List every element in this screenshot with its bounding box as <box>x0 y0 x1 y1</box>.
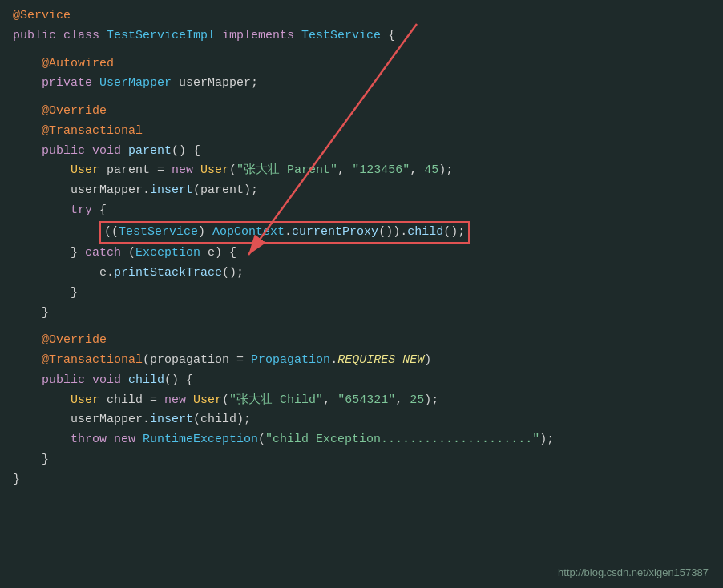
paren-child-def: () { <box>164 373 193 387</box>
code-editor: @Service public class TestServiceImpl im… <box>0 0 723 496</box>
dot-prop: . <box>330 353 337 367</box>
kw-public-3: public <box>42 373 92 387</box>
str-exception-msg: "child Exception....................." <box>265 433 539 446</box>
paren-2: ( <box>222 393 229 407</box>
paren-catch-open: ( <box>128 246 135 260</box>
code-line-17: } <box>13 304 710 324</box>
watermark: http://blog.csdn.net/xlgen157387 <box>558 566 709 578</box>
method-parent: parent <box>128 144 172 158</box>
eq-prop: = <box>236 353 251 367</box>
comma-1: , <box>337 163 352 177</box>
kw-void-1: void <box>92 144 128 158</box>
kw-throw: throw <box>71 433 114 446</box>
method-currentproxy: currentProxy <box>292 225 378 239</box>
kw-catch: catch <box>85 246 128 260</box>
code-line-4: @Autowired <box>13 54 710 75</box>
kw-try: try <box>71 203 99 217</box>
paren-insert-2: (child); <box>193 413 251 426</box>
method-child-call: child <box>407 225 443 239</box>
annotation-override-2: @Override <box>42 333 107 347</box>
type-user-2: User <box>71 393 107 407</box>
code-line-19: @Override <box>13 331 710 351</box>
code-line-11: userMapper.insert(parent); <box>13 181 710 201</box>
paren-catch-close: ) { <box>215 246 236 260</box>
annotation-transactional-1: @Transactional <box>42 124 143 138</box>
method-child: child <box>128 373 164 387</box>
annotation-override-1: @Override <box>42 104 107 118</box>
num-45: 45 <box>424 163 438 177</box>
dot-2: . <box>143 413 150 426</box>
code-line-21: public void child() { <box>13 371 710 391</box>
paren-insert-1: (parent); <box>193 183 258 197</box>
kw-class: class <box>63 29 107 42</box>
str-child-pass: "654321" <box>337 393 395 407</box>
paren-exc-open: ( <box>258 433 265 446</box>
paren-trans-open: ( <box>143 353 150 367</box>
paren-1: ( <box>229 163 236 177</box>
code-line-7: @Override <box>13 102 710 122</box>
code-line-13: ((TestService) AopContext.currentProxy()… <box>13 221 710 244</box>
var-usermapper-ref-2: userMapper <box>71 413 143 426</box>
type-testservice-cast: TestService <box>119 225 198 239</box>
kw-public-2: public <box>42 144 92 158</box>
type-testserviceimpl: TestServiceImpl <box>107 29 222 42</box>
dot-aop: . <box>285 225 292 239</box>
num-25: 25 <box>410 393 424 407</box>
type-user-ctor-1: User <box>200 163 229 177</box>
code-line-9: public void parent() { <box>13 142 710 162</box>
paren-trans-close: ) <box>424 353 431 367</box>
var-usermapper-ref-1: userMapper <box>71 183 143 197</box>
kw-implements: implements <box>222 29 301 42</box>
kw-void-2: void <box>92 373 128 387</box>
var-child: child <box>107 393 150 407</box>
code-line-16: } <box>13 284 710 304</box>
kw-public: public <box>13 29 63 42</box>
type-usermapper: UserMapper <box>99 76 179 90</box>
dot-e: . <box>107 266 114 280</box>
code-line-5: private UserMapper userMapper; <box>13 74 710 94</box>
method-insert-2: insert <box>150 413 193 426</box>
paren-exc-close: ); <box>539 433 554 446</box>
annotation-service: @Service <box>13 9 71 22</box>
var-usermapper: userMapper <box>179 76 251 90</box>
method-insert-1: insert <box>150 183 193 197</box>
val-requires-new: REQUIRES_NEW <box>337 353 424 367</box>
str-parent-name: "张大壮 Parent" <box>236 163 337 177</box>
type-user-ctor-2: User <box>193 393 222 407</box>
str-child-name: "张大壮 Child" <box>229 393 323 407</box>
paren-cast-close: ) <box>198 225 212 239</box>
comma-4: , <box>395 393 410 407</box>
code-line-10: User parent = new User("张大壮 Parent", "12… <box>13 161 710 181</box>
dot-1: . <box>143 183 150 197</box>
eq-1: = <box>157 163 172 177</box>
brace-catch-close: } <box>71 246 85 260</box>
code-line-24: throw new RuntimeException("child Except… <box>13 430 710 450</box>
paren-pst: (); <box>222 266 244 280</box>
eq-2: = <box>150 393 164 407</box>
type-user-1: User <box>71 163 107 177</box>
var-parent: parent <box>107 163 157 177</box>
code-line-23: userMapper.insert(child); <box>13 410 710 430</box>
comma-3: , <box>323 393 337 407</box>
type-aopcontext: AopContext <box>212 225 285 239</box>
paren-close-2: ); <box>424 393 438 407</box>
code-line-26: } <box>13 470 710 490</box>
code-line-12: try { <box>13 201 710 221</box>
paren-cast-open: (( <box>104 225 119 239</box>
semicolon: ; <box>251 76 258 90</box>
annotation-autowired: @Autowired <box>42 57 114 70</box>
code-line-14: } catch (Exception e) { <box>13 244 710 264</box>
paren-parent: () { <box>172 144 200 158</box>
var-e-ref: e <box>99 266 107 280</box>
type-testservice: TestService <box>301 29 388 42</box>
type-runtimeexception: RuntimeException <box>143 433 258 446</box>
kw-new-1: new <box>172 163 200 177</box>
highlighted-aop-line: ((TestService) AopContext.currentProxy()… <box>99 221 470 244</box>
comma-2: , <box>410 163 424 177</box>
brace-catch-end: } <box>71 286 78 300</box>
method-printstacktrace: printStackTrace <box>114 266 222 280</box>
code-line-25: } <box>13 450 710 470</box>
paren-child: (); <box>443 225 465 239</box>
code-line-1: @Service <box>13 6 710 26</box>
paren-close-1: ); <box>438 163 453 177</box>
